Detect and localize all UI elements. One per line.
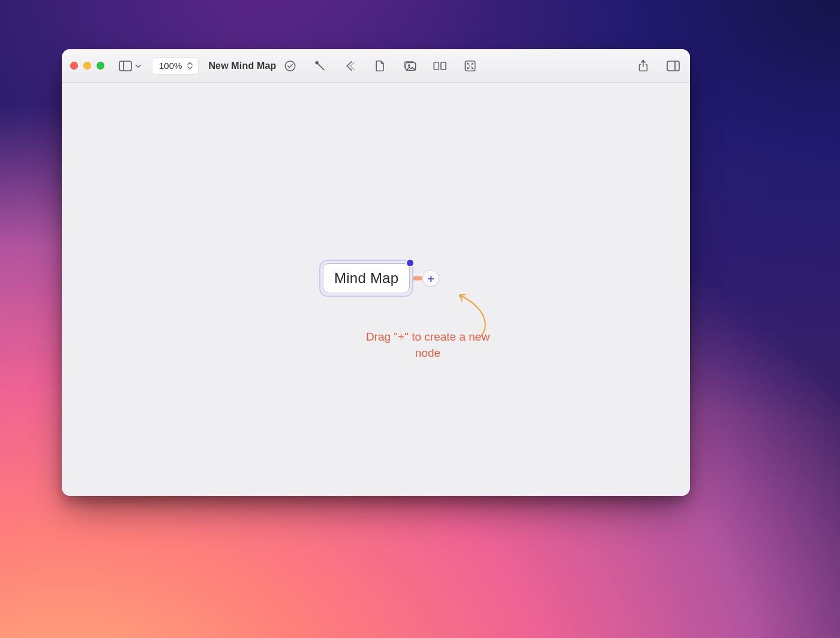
canvas[interactable]: Mind Map + Drag "+" to create a new node xyxy=(62,83,690,496)
svg-rect-8 xyxy=(465,61,475,70)
toolbar-right-group xyxy=(635,58,682,74)
toolbar-center-group xyxy=(281,58,478,74)
document-title: New Mind Map xyxy=(208,61,276,71)
root-node[interactable]: Mind Map xyxy=(323,263,410,293)
svg-point-5 xyxy=(408,64,410,66)
image-stack-icon xyxy=(403,60,417,72)
add-child-node-button[interactable]: + xyxy=(422,270,439,287)
layout-grid-icon xyxy=(433,61,447,71)
back-button[interactable] xyxy=(341,58,358,74)
svg-rect-0 xyxy=(119,61,131,71)
sidebar-toggle-button[interactable] xyxy=(119,58,141,74)
fullscreen-icon xyxy=(464,60,476,72)
hint-arrow-icon xyxy=(445,293,493,341)
hint-text: Drag "+" to create a new node xyxy=(359,329,497,361)
check-mode-button[interactable] xyxy=(281,58,298,74)
connection-button[interactable] xyxy=(311,58,328,74)
zoom-stepper-icon xyxy=(187,62,193,70)
app-window: 100% New Mind Map xyxy=(62,49,690,496)
chevron-down-icon xyxy=(136,64,141,69)
plus-icon: + xyxy=(428,273,434,284)
toolbar: 100% New Mind Map xyxy=(62,49,690,83)
inspector-toggle-button[interactable] xyxy=(665,58,682,74)
root-node-label: Mind Map xyxy=(334,270,398,286)
note-document-icon xyxy=(374,60,385,72)
layout-button[interactable] xyxy=(431,58,448,74)
window-minimize-button[interactable] xyxy=(83,62,91,70)
check-circle-icon xyxy=(284,60,296,72)
inspector-panel-icon xyxy=(667,61,680,71)
window-close-button[interactable] xyxy=(70,62,78,70)
share-button[interactable] xyxy=(635,58,652,74)
image-button[interactable] xyxy=(401,58,418,74)
traffic-lights xyxy=(70,62,104,70)
fullscreen-button[interactable] xyxy=(461,58,478,74)
zoom-value: 100% xyxy=(159,61,182,71)
sidebar-icon xyxy=(119,61,132,71)
svg-rect-6 xyxy=(434,62,439,70)
node-handle-dot[interactable] xyxy=(406,258,415,267)
share-icon xyxy=(638,59,649,73)
node-connector-stub xyxy=(413,276,422,281)
svg-rect-9 xyxy=(667,61,679,71)
svg-point-2 xyxy=(285,61,295,70)
zoom-selector[interactable]: 100% xyxy=(152,57,199,75)
svg-rect-7 xyxy=(440,62,445,70)
window-fullscreen-button[interactable] xyxy=(97,62,104,70)
note-button[interactable] xyxy=(371,58,388,74)
root-node-wrapper: Mind Map + xyxy=(323,263,410,293)
back-chevron-icon xyxy=(343,60,356,72)
connection-line-icon xyxy=(314,60,326,72)
